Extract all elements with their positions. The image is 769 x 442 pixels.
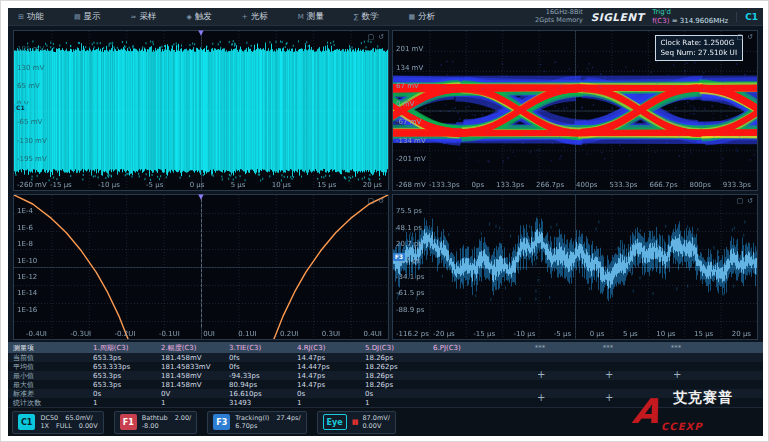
f3-tracking-box[interactable]: F3 Tracking(I)27.4ps/ 6.70ps: [207, 411, 306, 434]
add-measurement-slot[interactable]: +: [605, 369, 613, 380]
channel-c1-box[interactable]: C1 DC5065.0mV/ 1XFULL0.00V: [12, 411, 104, 434]
x-axis-labels: -133.3ps0ps133.3ps266.7ps400ps533.3ps666…: [429, 181, 751, 189]
x-axis-label: 10 μs: [656, 330, 675, 338]
eye-trace-box[interactable]: Eye ▮▮ 87.0mV/ 0.00V: [317, 411, 396, 434]
measure-value: 16.610ps: [224, 390, 292, 398]
waveform-panel[interactable]: ▼ C1 ▢↺ 195 mV130 mV65 mV0 V-65 mV-130 m…: [13, 30, 389, 191]
x-axis-label: 0.4UI: [364, 330, 382, 338]
add-measurement-slot[interactable]: +: [537, 392, 545, 403]
measure-column-header[interactable]: 6.PJ(C3): [428, 344, 496, 352]
empty-slot-header: ***: [506, 344, 574, 352]
menu-item-cursor[interactable]: +光标: [242, 11, 268, 23]
analysis-icon: ▦: [408, 13, 415, 21]
panel-controls[interactable]: ▢↺: [737, 33, 754, 41]
f3-tag: F3: [213, 414, 230, 430]
y-axis-label: 201 mV: [396, 45, 423, 53]
add-measurement-slot[interactable]: +: [673, 369, 681, 380]
menu-item-label: 光标: [251, 11, 268, 23]
x-axis-label: 0 μs: [590, 330, 605, 338]
empty-slot-header: ***: [642, 344, 710, 352]
measure-table-row: 最小值653.3ps181.458mV-94.33ps14.47ps18.26p…: [8, 371, 763, 380]
menu-item-acquire[interactable]: ≈采样: [131, 11, 157, 23]
menu-bar-items: ⊞功能▤显示≈采样◈触发+光标M测量∑数学▦分析: [18, 11, 435, 23]
measure-column-header[interactable]: 3.TIE(C3): [224, 344, 292, 352]
measure-table-header-row: 测量项1.周期(C3)2.幅度(C3)3.TIE(C3)4.RJ(C3)5.DJ…: [8, 342, 763, 353]
add-measurement-slot[interactable]: +: [605, 392, 613, 403]
menu-item-analysis[interactable]: ▦分析: [408, 11, 435, 23]
row-label: 测量项: [8, 343, 88, 353]
logo-chinese-text: 艾克赛普: [673, 389, 733, 407]
y-axis-label: -130 mV: [17, 137, 47, 145]
x-axis-label: 666.7ps: [649, 181, 677, 189]
active-channel-badge[interactable]: C1: [736, 12, 758, 22]
menu-item-display[interactable]: ▤显示: [74, 11, 101, 23]
f1-scale: 2.00/: [175, 414, 192, 422]
measure-table-row: 平均值653.333ps181.45833mV0fs14.447ps18.262…: [8, 362, 763, 371]
jitter-track-canvas: [393, 195, 757, 339]
maximize-icon[interactable]: ▢: [368, 197, 375, 205]
f1-tag: F1: [120, 414, 137, 430]
f3-trace-marker[interactable]: F3: [393, 253, 405, 261]
maximize-icon[interactable]: ▢: [737, 33, 744, 41]
measure-icon: M: [298, 13, 304, 21]
measure-value: 14.47ps: [292, 354, 360, 362]
measure-value: 0s: [292, 390, 360, 398]
panel-controls[interactable]: ▢↺: [368, 33, 385, 41]
measure-value: 1: [360, 399, 428, 407]
reset-zoom-icon[interactable]: ↺: [378, 33, 384, 41]
empty-slot-header: ***: [574, 344, 642, 352]
menu-item-trigger[interactable]: ◈触发: [186, 11, 211, 23]
measure-value: 1: [292, 399, 360, 407]
measure-value: 181.458mV: [156, 372, 224, 380]
eye-diagram-panel[interactable]: Clock Rate: 1.2500G Seq Num: 27.510k UI …: [392, 30, 758, 191]
x-axis-label: 533.3ps: [609, 181, 637, 189]
reset-zoom-icon[interactable]: ↺: [378, 197, 384, 205]
y-axis-corner-label: -268 mV: [396, 181, 426, 189]
clock-rate-label: Clock Rate: 1.2500G: [661, 38, 737, 48]
f1-bathtub-box[interactable]: F1 Bathtub2.00/ -8.00: [114, 411, 198, 434]
bathtub-panel[interactable]: ▼ ▢↺ 1E-41E-61E-81E-101E-121E-141E-16-0.…: [13, 194, 389, 340]
measure-value: 0V: [156, 390, 224, 398]
channel-c1-offset-marker[interactable]: C1: [14, 104, 27, 112]
y-axis-label: -195 mV: [17, 155, 47, 163]
panel-controls[interactable]: ▢↺: [368, 197, 385, 205]
oscilloscope-ui: ⊞功能▤显示≈采样◈触发+光标M测量∑数学▦分析 16GHz-8Bit 2Gpt…: [8, 8, 763, 436]
c1-tag: C1: [18, 414, 35, 430]
menu-item-math[interactable]: ∑数学: [354, 11, 379, 23]
x-axis-label: 800ps: [689, 181, 710, 189]
menu-item-utility[interactable]: ⊞功能: [18, 11, 44, 23]
panel-controls[interactable]: ▢↺: [737, 197, 754, 205]
x-axis-label: 0.1UI: [238, 330, 256, 338]
menu-item-measure[interactable]: M测量: [298, 11, 324, 23]
y-axis-label: 48.1 ps: [396, 224, 422, 232]
measure-value: 14.47ps: [292, 372, 360, 380]
measure-value: 181.458mV: [156, 354, 224, 362]
add-measurement-slot[interactable]: +: [537, 369, 545, 380]
jitter-track-panel[interactable]: F3 ▢↺ 75.5 ps48.1 ps20.7 ps-6.7 ps-34.1 …: [392, 194, 758, 340]
reset-zoom-icon[interactable]: ↺: [747, 33, 753, 41]
trigger-position-marker[interactable]: ▼: [198, 29, 203, 37]
measure-value: 0s: [88, 390, 156, 398]
measure-value: 14.447ps: [292, 363, 360, 371]
maximize-icon[interactable]: ▢: [368, 33, 375, 41]
seq-num-label: Seq Num: 27.510k UI: [661, 48, 737, 58]
maximize-icon[interactable]: ▢: [737, 197, 744, 205]
reset-zoom-icon[interactable]: ↺: [747, 197, 753, 205]
y-axis-label: -65 mV: [17, 118, 42, 126]
display-icon: ▤: [74, 13, 81, 21]
x-axis-label: -0.3UI: [70, 330, 91, 338]
menu-bar: ⊞功能▤显示≈采样◈触发+光标M测量∑数学▦分析 16GHz-8Bit 2Gpt…: [8, 8, 763, 26]
measure-column-header[interactable]: 4.RJ(C3): [292, 344, 360, 352]
x-axis-label: 133.3ps: [496, 181, 524, 189]
measure-column-header[interactable]: 5.DJ(C3): [360, 344, 428, 352]
y-axis-label: 134 mV: [396, 64, 423, 72]
freq-source-label: f(C3): [652, 17, 669, 25]
x-axis-label: -0.4UI: [26, 330, 47, 338]
trigger-position-marker[interactable]: ▼: [198, 193, 203, 201]
x-axis-labels: -15 μs-10 μs-5 μs0 μs5 μs10 μs15 μs20 μs: [50, 181, 382, 189]
measure-column-header[interactable]: 2.幅度(C3): [156, 343, 224, 353]
x-axis-label: 266.7ps: [536, 181, 564, 189]
measure-column-header[interactable]: 1.周期(C3): [88, 343, 156, 353]
y-axis-corner-label: -260 mV: [17, 181, 47, 189]
measure-value: 0fs: [224, 363, 292, 371]
